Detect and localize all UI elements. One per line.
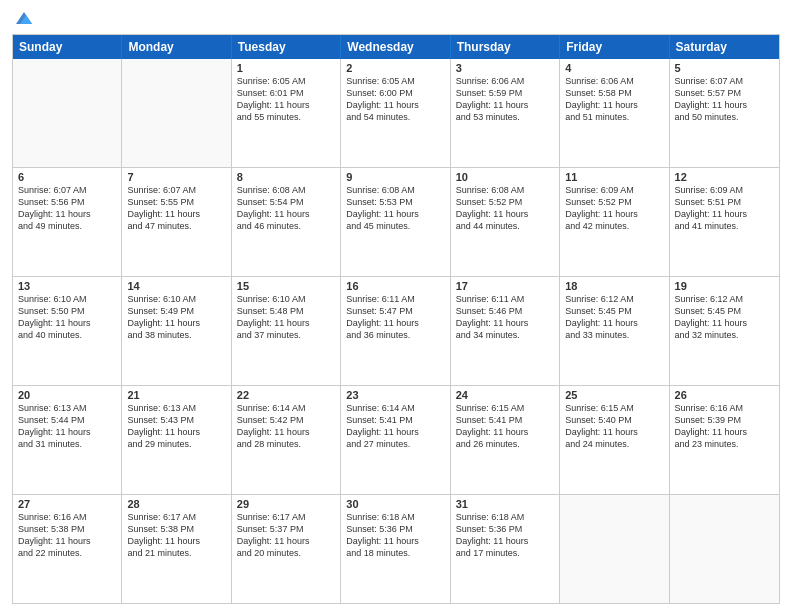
cell-text: Sunrise: 6:05 AMSunset: 6:00 PMDaylight:… — [346, 75, 444, 124]
cell-text: Sunrise: 6:13 AMSunset: 5:44 PMDaylight:… — [18, 402, 116, 451]
calendar: SundayMondayTuesdayWednesdayThursdayFrid… — [12, 34, 780, 604]
day-number: 12 — [675, 171, 774, 183]
calendar-row: 20Sunrise: 6:13 AMSunset: 5:44 PMDayligh… — [13, 386, 779, 495]
day-number: 31 — [456, 498, 554, 510]
page: SundayMondayTuesdayWednesdayThursdayFrid… — [0, 0, 792, 612]
cell-text: Sunrise: 6:13 AMSunset: 5:43 PMDaylight:… — [127, 402, 225, 451]
day-number: 15 — [237, 280, 335, 292]
day-number: 10 — [456, 171, 554, 183]
cell-text: Sunrise: 6:10 AMSunset: 5:48 PMDaylight:… — [237, 293, 335, 342]
cell-text: Sunrise: 6:10 AMSunset: 5:50 PMDaylight:… — [18, 293, 116, 342]
day-number: 7 — [127, 171, 225, 183]
day-number: 17 — [456, 280, 554, 292]
cell-text: Sunrise: 6:17 AMSunset: 5:37 PMDaylight:… — [237, 511, 335, 560]
cell-text: Sunrise: 6:12 AMSunset: 5:45 PMDaylight:… — [565, 293, 663, 342]
calendar-cell: 2Sunrise: 6:05 AMSunset: 6:00 PMDaylight… — [341, 59, 450, 167]
cell-text: Sunrise: 6:07 AMSunset: 5:57 PMDaylight:… — [675, 75, 774, 124]
calendar-row: 13Sunrise: 6:10 AMSunset: 5:50 PMDayligh… — [13, 277, 779, 386]
calendar-cell: 25Sunrise: 6:15 AMSunset: 5:40 PMDayligh… — [560, 386, 669, 494]
calendar-cell: 9Sunrise: 6:08 AMSunset: 5:53 PMDaylight… — [341, 168, 450, 276]
cell-text: Sunrise: 6:15 AMSunset: 5:40 PMDaylight:… — [565, 402, 663, 451]
calendar-cell: 1Sunrise: 6:05 AMSunset: 6:01 PMDaylight… — [232, 59, 341, 167]
day-number: 27 — [18, 498, 116, 510]
cell-text: Sunrise: 6:11 AMSunset: 5:47 PMDaylight:… — [346, 293, 444, 342]
calendar-cell — [670, 495, 779, 603]
cell-text: Sunrise: 6:10 AMSunset: 5:49 PMDaylight:… — [127, 293, 225, 342]
calendar-row: 1Sunrise: 6:05 AMSunset: 6:01 PMDaylight… — [13, 59, 779, 168]
cell-text: Sunrise: 6:08 AMSunset: 5:52 PMDaylight:… — [456, 184, 554, 233]
calendar-cell: 13Sunrise: 6:10 AMSunset: 5:50 PMDayligh… — [13, 277, 122, 385]
calendar-header: SundayMondayTuesdayWednesdayThursdayFrid… — [13, 35, 779, 59]
calendar-cell: 8Sunrise: 6:08 AMSunset: 5:54 PMDaylight… — [232, 168, 341, 276]
calendar-cell: 31Sunrise: 6:18 AMSunset: 5:36 PMDayligh… — [451, 495, 560, 603]
day-number: 14 — [127, 280, 225, 292]
logo-icon — [14, 10, 34, 26]
day-number: 3 — [456, 62, 554, 74]
header — [12, 10, 780, 28]
calendar-row: 6Sunrise: 6:07 AMSunset: 5:56 PMDaylight… — [13, 168, 779, 277]
cell-text: Sunrise: 6:05 AMSunset: 6:01 PMDaylight:… — [237, 75, 335, 124]
day-number: 16 — [346, 280, 444, 292]
weekday-header-saturday: Saturday — [670, 35, 779, 59]
day-number: 9 — [346, 171, 444, 183]
cell-text: Sunrise: 6:07 AMSunset: 5:55 PMDaylight:… — [127, 184, 225, 233]
calendar-cell: 5Sunrise: 6:07 AMSunset: 5:57 PMDaylight… — [670, 59, 779, 167]
calendar-cell: 12Sunrise: 6:09 AMSunset: 5:51 PMDayligh… — [670, 168, 779, 276]
day-number: 23 — [346, 389, 444, 401]
cell-text: Sunrise: 6:06 AMSunset: 5:58 PMDaylight:… — [565, 75, 663, 124]
calendar-cell — [13, 59, 122, 167]
calendar-cell: 4Sunrise: 6:06 AMSunset: 5:58 PMDaylight… — [560, 59, 669, 167]
day-number: 2 — [346, 62, 444, 74]
calendar-cell: 15Sunrise: 6:10 AMSunset: 5:48 PMDayligh… — [232, 277, 341, 385]
cell-text: Sunrise: 6:14 AMSunset: 5:41 PMDaylight:… — [346, 402, 444, 451]
day-number: 21 — [127, 389, 225, 401]
day-number: 30 — [346, 498, 444, 510]
calendar-cell: 27Sunrise: 6:16 AMSunset: 5:38 PMDayligh… — [13, 495, 122, 603]
weekday-header-monday: Monday — [122, 35, 231, 59]
calendar-cell: 24Sunrise: 6:15 AMSunset: 5:41 PMDayligh… — [451, 386, 560, 494]
cell-text: Sunrise: 6:18 AMSunset: 5:36 PMDaylight:… — [456, 511, 554, 560]
weekday-header-thursday: Thursday — [451, 35, 560, 59]
calendar-cell: 26Sunrise: 6:16 AMSunset: 5:39 PMDayligh… — [670, 386, 779, 494]
calendar-cell: 30Sunrise: 6:18 AMSunset: 5:36 PMDayligh… — [341, 495, 450, 603]
cell-text: Sunrise: 6:09 AMSunset: 5:52 PMDaylight:… — [565, 184, 663, 233]
calendar-cell — [122, 59, 231, 167]
cell-text: Sunrise: 6:06 AMSunset: 5:59 PMDaylight:… — [456, 75, 554, 124]
calendar-cell: 11Sunrise: 6:09 AMSunset: 5:52 PMDayligh… — [560, 168, 669, 276]
cell-text: Sunrise: 6:15 AMSunset: 5:41 PMDaylight:… — [456, 402, 554, 451]
cell-text: Sunrise: 6:07 AMSunset: 5:56 PMDaylight:… — [18, 184, 116, 233]
cell-text: Sunrise: 6:16 AMSunset: 5:39 PMDaylight:… — [675, 402, 774, 451]
logo — [12, 10, 34, 28]
day-number: 25 — [565, 389, 663, 401]
weekday-header-friday: Friday — [560, 35, 669, 59]
calendar-cell: 17Sunrise: 6:11 AMSunset: 5:46 PMDayligh… — [451, 277, 560, 385]
calendar-cell: 7Sunrise: 6:07 AMSunset: 5:55 PMDaylight… — [122, 168, 231, 276]
day-number: 20 — [18, 389, 116, 401]
day-number: 28 — [127, 498, 225, 510]
calendar-cell — [560, 495, 669, 603]
cell-text: Sunrise: 6:12 AMSunset: 5:45 PMDaylight:… — [675, 293, 774, 342]
calendar-cell: 3Sunrise: 6:06 AMSunset: 5:59 PMDaylight… — [451, 59, 560, 167]
calendar-cell: 20Sunrise: 6:13 AMSunset: 5:44 PMDayligh… — [13, 386, 122, 494]
calendar-cell: 23Sunrise: 6:14 AMSunset: 5:41 PMDayligh… — [341, 386, 450, 494]
calendar-cell: 21Sunrise: 6:13 AMSunset: 5:43 PMDayligh… — [122, 386, 231, 494]
day-number: 22 — [237, 389, 335, 401]
cell-text: Sunrise: 6:18 AMSunset: 5:36 PMDaylight:… — [346, 511, 444, 560]
calendar-cell: 16Sunrise: 6:11 AMSunset: 5:47 PMDayligh… — [341, 277, 450, 385]
day-number: 4 — [565, 62, 663, 74]
day-number: 29 — [237, 498, 335, 510]
calendar-cell: 6Sunrise: 6:07 AMSunset: 5:56 PMDaylight… — [13, 168, 122, 276]
cell-text: Sunrise: 6:11 AMSunset: 5:46 PMDaylight:… — [456, 293, 554, 342]
day-number: 13 — [18, 280, 116, 292]
day-number: 18 — [565, 280, 663, 292]
day-number: 19 — [675, 280, 774, 292]
cell-text: Sunrise: 6:08 AMSunset: 5:54 PMDaylight:… — [237, 184, 335, 233]
cell-text: Sunrise: 6:16 AMSunset: 5:38 PMDaylight:… — [18, 511, 116, 560]
calendar-cell: 22Sunrise: 6:14 AMSunset: 5:42 PMDayligh… — [232, 386, 341, 494]
day-number: 24 — [456, 389, 554, 401]
calendar-cell: 10Sunrise: 6:08 AMSunset: 5:52 PMDayligh… — [451, 168, 560, 276]
day-number: 26 — [675, 389, 774, 401]
calendar-cell: 18Sunrise: 6:12 AMSunset: 5:45 PMDayligh… — [560, 277, 669, 385]
cell-text: Sunrise: 6:17 AMSunset: 5:38 PMDaylight:… — [127, 511, 225, 560]
cell-text: Sunrise: 6:08 AMSunset: 5:53 PMDaylight:… — [346, 184, 444, 233]
